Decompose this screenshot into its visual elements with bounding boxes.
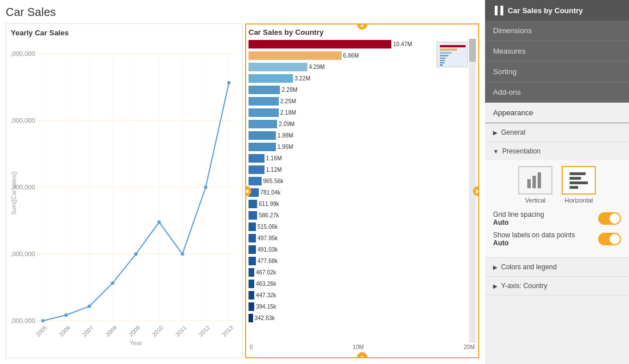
svg-text:45,000,000: 45,000,000 (11, 317, 35, 324)
bar-fill (249, 108, 279, 117)
bar-fill (249, 200, 257, 208)
svg-text:65,000,000: 65,000,000 (11, 50, 35, 57)
show-labels-toggle[interactable] (598, 233, 621, 245)
grid-line-toggle[interactable] (598, 212, 621, 225)
bar-value-label: 1.12M (266, 167, 282, 173)
svg-text:2012: 2012 (198, 324, 211, 338)
bar-row: 467.02k (249, 267, 468, 278)
bar-fill (249, 165, 265, 174)
bar-row: 3.22M (249, 73, 468, 84)
bar-value-label: 467.02k (256, 269, 277, 276)
colors-legend-section: ▶ Colors and legend (485, 258, 629, 277)
x-label-10m: 10M (352, 344, 363, 350)
svg-rect-54 (570, 186, 578, 189)
bar-value-label: 342.63k (255, 315, 275, 321)
panel-section-addons[interactable]: Add-ons (485, 82, 629, 103)
bar-row: 497.95k (249, 233, 468, 244)
svg-text:2008: 2008 (105, 324, 118, 338)
bar-row: 586.27k (249, 210, 468, 221)
svg-text:2010: 2010 (151, 324, 165, 338)
svg-rect-52 (570, 177, 581, 180)
bar-row: 477.68k (249, 256, 468, 266)
bar-fill (249, 211, 257, 220)
bar-value-label: 781.04k (261, 189, 281, 196)
general-arrow-icon: ▶ (493, 130, 498, 136)
svg-point-26 (181, 252, 184, 256)
left-chart-title: Yearly Car Sales (11, 29, 238, 37)
panel-header-chart-icon: ▐▐ (492, 6, 503, 15)
bar-fill (249, 143, 276, 151)
bar-value-label: 3.22M (295, 75, 311, 82)
right-chart: ▲ ▼ ◀ ▶ Car Sales by Country (245, 23, 479, 358)
general-section: ▶ General (485, 123, 629, 142)
bar-row: 342.63k (249, 313, 468, 323)
horizontal-option[interactable]: Horizontal (562, 166, 596, 204)
bar-fill (249, 177, 262, 185)
bar-value-label: 4.29M (309, 64, 325, 70)
show-labels-title: Show labels on data points (493, 231, 575, 239)
bar-row: 1.16M (249, 153, 468, 164)
bar-fill (249, 257, 256, 265)
bar-fill (249, 302, 254, 311)
vertical-option[interactable]: Vertical (518, 166, 552, 204)
bar-value-label: 2.18M (281, 110, 297, 116)
scrollbar-thumb (469, 39, 476, 62)
bar-fill (249, 245, 256, 254)
svg-rect-53 (570, 181, 588, 184)
presentation-arrow-icon: ▼ (493, 148, 499, 155)
bar-value-label: 477.68k (258, 258, 278, 264)
panel-section-appearance[interactable]: Appearance (485, 103, 629, 123)
bars-area[interactable]: 10.47M6.86M4.29M3.22M2.28M2.25M2.18M2.09… (249, 39, 468, 343)
panel-section-measures[interactable]: Measures (485, 41, 629, 62)
x-label-20m: 20M (464, 344, 475, 350)
grid-line-value: Auto (493, 219, 544, 227)
presentation-header[interactable]: ▼ Presentation (485, 142, 629, 160)
panel-section-sorting[interactable]: Sorting (485, 62, 629, 82)
panel-section-dimensions[interactable]: Dimensions (485, 21, 629, 41)
bar-value-label: 2.09M (279, 121, 295, 127)
bar-value-label: 586.27k (259, 212, 279, 219)
bar-value-label: 515.06k (258, 224, 278, 230)
bar-fill (249, 268, 254, 277)
show-labels-toggle-row: Show labels on data points Auto (493, 231, 621, 247)
svg-text:2006: 2006 (58, 324, 71, 338)
bar-row: 1.12M (249, 164, 468, 175)
main-area: Car Sales Yearly Car Sales (0, 0, 485, 364)
bar-row: 781.04k (249, 187, 468, 198)
svg-point-24 (134, 252, 138, 256)
scroll-down-arrow[interactable]: ▼ (357, 352, 367, 358)
bar-fill (249, 74, 293, 83)
bar-fill (249, 154, 265, 163)
bar-value-label: 6.86M (343, 52, 359, 59)
page-title: Car Sales (6, 6, 479, 19)
svg-rect-51 (570, 172, 586, 175)
bar-fill (249, 63, 307, 71)
bar-row: 394.15k (249, 301, 468, 312)
bar-row: 10.47M (249, 39, 468, 50)
y-axis-header[interactable]: ▶ Y-axis: Country (485, 277, 629, 295)
bar-row: 463.26k (249, 278, 468, 289)
show-labels-knob (610, 234, 620, 244)
colors-arrow-icon: ▶ (493, 264, 498, 270)
left-chart: Yearly Car Sales (6, 23, 243, 358)
horizontal-label: Horizontal (564, 197, 593, 204)
show-labels-value: Auto (493, 239, 575, 247)
svg-text:Sum([Car sales]): Sum([Car sales]) (11, 171, 17, 215)
svg-text:Year: Year (130, 339, 143, 346)
svg-rect-49 (532, 176, 536, 188)
bar-fill (249, 223, 256, 231)
presentation-body: Vertical (485, 160, 629, 257)
grid-line-label-group: Grid line spacing Auto (493, 211, 544, 227)
svg-text:60,000,000: 60,000,000 (11, 117, 35, 124)
scroll-right-arrow[interactable]: ▶ (473, 186, 479, 196)
general-header[interactable]: ▶ General (485, 123, 629, 141)
y-axis-section: ▶ Y-axis: Country (485, 277, 629, 296)
bar-value-label: 611.99k (259, 201, 279, 207)
bar-fill (249, 86, 280, 94)
svg-point-21 (65, 313, 68, 317)
bar-value-label: 491.03k (258, 246, 278, 253)
bar-value-label: 1.98M (278, 132, 294, 139)
bar-fill (249, 291, 254, 300)
bar-row: 2.25M (249, 96, 468, 107)
colors-legend-header[interactable]: ▶ Colors and legend (485, 258, 629, 276)
